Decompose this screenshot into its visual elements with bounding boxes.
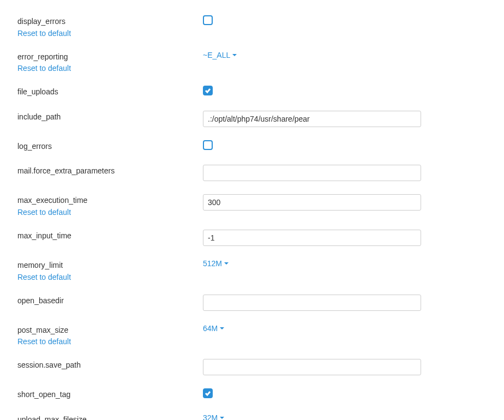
label-col: session.save_path — [17, 359, 203, 371]
caret-down-icon — [220, 417, 224, 419]
memory-limit-dropdown[interactable]: 512M — [203, 259, 229, 268]
label-col: memory_limit Reset to default — [17, 259, 203, 281]
value-col: ~E_ALL — [203, 51, 421, 59]
session-save-path-input[interactable] — [203, 359, 421, 375]
mail-force-extra-parameters-input[interactable] — [203, 165, 421, 181]
value-col — [203, 230, 421, 246]
setting-row-session-save-path: session.save_path — [17, 359, 487, 375]
label-col: log_errors — [17, 140, 203, 152]
setting-label: log_errors — [17, 141, 203, 152]
setting-row-upload-max-filesize: upload_max_filesize Reset to default 32M — [17, 413, 487, 420]
label-col: upload_max_filesize Reset to default — [17, 413, 203, 420]
value-col — [203, 86, 421, 95]
label-col: file_uploads — [17, 86, 203, 98]
value-col: 32M — [203, 413, 421, 420]
setting-label: error_reporting — [17, 52, 203, 63]
setting-row-memory-limit: memory_limit Reset to default 512M — [17, 259, 487, 281]
setting-row-post-max-size: post_max_size Reset to default 64M — [17, 324, 487, 346]
setting-label: max_execution_time — [17, 195, 203, 206]
upload-max-filesize-dropdown[interactable]: 32M — [203, 413, 224, 420]
label-col: max_input_time — [17, 230, 203, 242]
label-col: post_max_size Reset to default — [17, 324, 203, 346]
setting-label: memory_limit — [17, 260, 203, 271]
setting-row-log-errors: log_errors — [17, 140, 487, 152]
check-icon — [205, 87, 211, 94]
setting-row-max-input-time: max_input_time — [17, 230, 487, 246]
dropdown-value: 64M — [203, 324, 218, 333]
dropdown-value: 512M — [203, 259, 222, 268]
value-col: 64M — [203, 324, 421, 333]
setting-label: max_input_time — [17, 231, 203, 242]
reset-link[interactable]: Reset to default — [17, 64, 71, 73]
value-col — [203, 359, 421, 375]
label-col: display_errors Reset to default — [17, 15, 203, 38]
setting-label: include_path — [17, 112, 203, 123]
post-max-size-dropdown[interactable]: 64M — [203, 324, 224, 333]
value-col — [203, 165, 421, 181]
dropdown-value: ~E_ALL — [203, 51, 230, 59]
display-errors-checkbox[interactable] — [203, 15, 213, 25]
value-col — [203, 111, 421, 127]
open-basedir-input[interactable] — [203, 295, 421, 311]
reset-link[interactable]: Reset to default — [17, 29, 71, 38]
caret-down-icon — [232, 54, 237, 56]
setting-label: upload_max_filesize — [17, 415, 203, 420]
setting-label: session.save_path — [17, 360, 203, 371]
include-path-input[interactable] — [203, 111, 421, 127]
error-reporting-dropdown[interactable]: ~E_ALL — [203, 51, 237, 59]
setting-label: file_uploads — [17, 87, 203, 98]
value-col: 512M — [203, 259, 421, 268]
setting-row-open-basedir: open_basedir — [17, 295, 487, 311]
setting-label: short_open_tag — [17, 389, 203, 400]
label-col: mail.force_extra_parameters — [17, 165, 203, 177]
setting-row-max-execution-time: max_execution_time Reset to default — [17, 194, 487, 217]
short-open-tag-checkbox[interactable] — [203, 388, 213, 398]
label-col: error_reporting Reset to default — [17, 51, 203, 73]
setting-label: post_max_size — [17, 325, 203, 336]
label-col: max_execution_time Reset to default — [17, 194, 203, 217]
value-col — [203, 388, 421, 398]
check-icon — [205, 390, 211, 397]
label-col: include_path — [17, 111, 203, 123]
file-uploads-checkbox[interactable] — [203, 86, 213, 95]
label-col: open_basedir — [17, 295, 203, 307]
value-col — [203, 194, 421, 211]
reset-link[interactable]: Reset to default — [17, 337, 71, 346]
max-input-time-input[interactable] — [203, 230, 421, 246]
caret-down-icon — [220, 327, 224, 329]
value-col — [203, 295, 421, 311]
setting-row-display-errors: display_errors Reset to default — [17, 15, 487, 38]
value-col — [203, 140, 421, 152]
setting-row-error-reporting: error_reporting Reset to default ~E_ALL — [17, 51, 487, 73]
setting-row-mail-force-extra-parameters: mail.force_extra_parameters — [17, 165, 487, 181]
reset-link[interactable]: Reset to default — [17, 208, 71, 217]
reset-link[interactable]: Reset to default — [17, 273, 71, 281]
setting-label: mail.force_extra_parameters — [17, 166, 203, 177]
setting-label: display_errors — [17, 16, 203, 27]
caret-down-icon — [224, 262, 229, 265]
setting-row-short-open-tag: short_open_tag — [17, 388, 487, 400]
setting-row-file-uploads: file_uploads — [17, 86, 487, 98]
log-errors-checkbox[interactable] — [203, 140, 213, 150]
value-col — [203, 15, 421, 27]
dropdown-value: 32M — [203, 413, 218, 420]
max-execution-time-input[interactable] — [203, 194, 421, 211]
setting-row-include-path: include_path — [17, 111, 487, 127]
setting-label: open_basedir — [17, 296, 203, 307]
label-col: short_open_tag — [17, 388, 203, 400]
